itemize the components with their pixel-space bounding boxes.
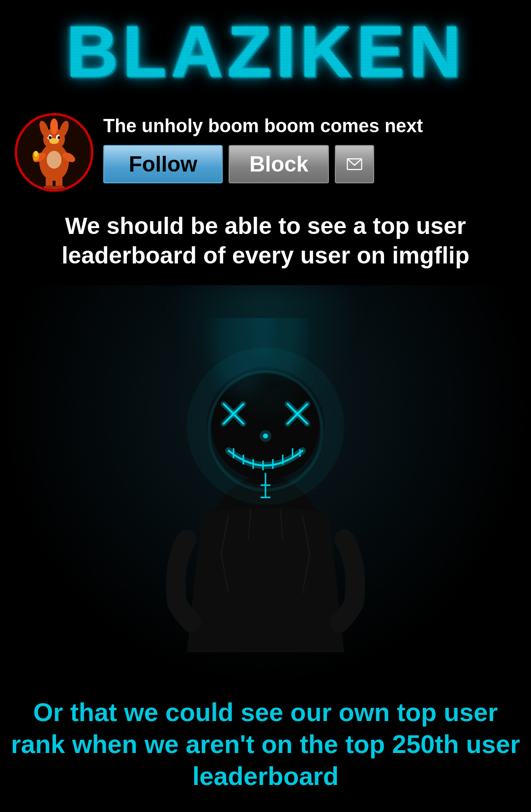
message-button[interactable] xyxy=(335,145,374,183)
svg-point-18 xyxy=(34,151,38,157)
profile-right: The unholy boom boom comes next Follow B… xyxy=(103,113,516,183)
envelope-icon xyxy=(347,156,362,173)
page-wrapper: BLAZIKEN xyxy=(0,0,531,812)
follow-button[interactable]: Follow xyxy=(103,145,223,183)
action-buttons: Follow Block xyxy=(103,145,516,183)
header-banner: BLAZIKEN xyxy=(0,0,531,103)
header-title-container: BLAZIKEN xyxy=(66,15,465,88)
post-text-top: We should be able to see a top user lead… xyxy=(10,206,521,275)
block-button[interactable]: Block xyxy=(229,145,329,183)
profile-subtitle: The unholy boom boom comes next xyxy=(103,113,516,139)
post-text-bottom: Or that we could see our own top user ra… xyxy=(0,687,531,812)
svg-point-9 xyxy=(50,118,58,134)
svg-point-19 xyxy=(47,151,61,169)
mask-figure xyxy=(143,318,388,654)
main-image-area xyxy=(0,285,531,687)
profile-section: The unholy boom boom comes next Follow B… xyxy=(0,103,531,202)
site-title: BLAZIKEN xyxy=(66,11,465,92)
svg-point-35 xyxy=(260,430,271,442)
avatar xyxy=(15,113,93,192)
post-text-area: We should be able to see a top user lead… xyxy=(0,202,531,285)
svg-point-6 xyxy=(49,136,52,139)
